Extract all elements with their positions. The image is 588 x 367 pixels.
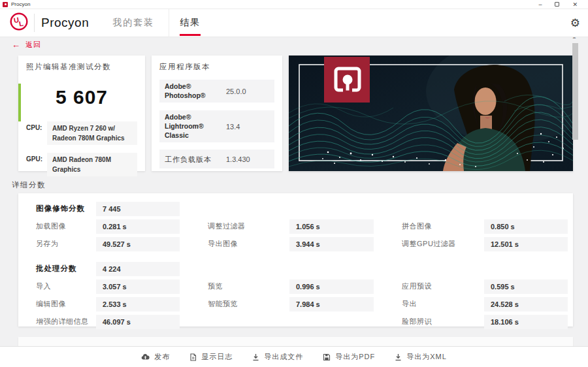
title-bar: Procyon – ✕ bbox=[0, 0, 588, 9]
download-xml-icon bbox=[395, 353, 402, 361]
cloud-upload-icon bbox=[141, 353, 150, 360]
tab-results[interactable]: 结果 bbox=[171, 9, 210, 37]
back-button[interactable]: ← 返回 bbox=[12, 40, 41, 50]
window-title: Procyon bbox=[11, 1, 30, 7]
retouch-score-group: 图像修饰分数 7 445 加载图像 0.281 s 调整过滤器 1.056 s … bbox=[36, 200, 573, 253]
back-label: 返回 bbox=[25, 40, 41, 50]
metric-value: 3.057 s bbox=[96, 279, 180, 294]
detailed-scores-card: 图像修饰分数 7 445 加载图像 0.281 s 调整过滤器 1.056 s … bbox=[18, 193, 573, 327]
metric-label: 加载图像 bbox=[36, 221, 96, 231]
metric-label: 预览 bbox=[180, 281, 289, 291]
metric-value: 2.533 s bbox=[96, 297, 180, 311]
metric-value: 46.097 s bbox=[96, 315, 180, 329]
workload-label: 工作负载版本 bbox=[165, 155, 222, 164]
metric-label: 调整GPU过滤器 bbox=[374, 239, 484, 249]
version-row-workload: 工作负载版本 1.3.430 bbox=[159, 150, 274, 168]
batch-score-label: 批处理分数 bbox=[36, 264, 96, 274]
gpu-value: AMD Radeon 780M Graphics bbox=[47, 153, 137, 176]
gear-icon[interactable]: ⚙ bbox=[570, 18, 580, 29]
app-versions-card: 应用程序版本 Adobe® Photoshop® 25.0.0 Adobe® L… bbox=[152, 56, 282, 171]
photo-benchmark-logo-icon bbox=[324, 57, 370, 103]
metric-value: 49.527 s bbox=[96, 237, 180, 251]
maximize-icon[interactable] bbox=[555, 2, 559, 7]
workload-version: 1.3.430 bbox=[226, 155, 250, 163]
scrollbar-thumb[interactable] bbox=[572, 43, 578, 140]
metric-label: 导出图像 bbox=[180, 239, 289, 249]
metric-label: 拼合图像 bbox=[374, 221, 484, 231]
version-row-lightroom: Adobe® Lightroom® Classic 13.4 bbox=[159, 110, 274, 142]
metric-value: 3.944 s bbox=[289, 237, 374, 251]
lightroom-version: 13.4 bbox=[226, 123, 240, 131]
metric-label: 应用预设 bbox=[374, 281, 484, 291]
back-arrow-icon: ← bbox=[12, 40, 21, 50]
export-file-button[interactable]: 导出成文件 bbox=[252, 352, 303, 362]
metric-label: 增强的详细信息 bbox=[36, 317, 96, 327]
export-pdf-button[interactable]: 导出为PDF bbox=[323, 352, 375, 362]
metric-label: 调整过滤器 bbox=[180, 221, 289, 231]
benchmark-score-card: 照片编辑基准测试分数 5 607 CPU: AMD Ryzen 7 260 w/… bbox=[18, 56, 145, 171]
metric-value: 0.996 s bbox=[289, 279, 374, 294]
version-row-photoshop: Adobe® Photoshop® 25.0.0 bbox=[159, 80, 274, 103]
export-xml-button[interactable]: 导出为XML bbox=[395, 352, 447, 362]
show-log-button[interactable]: 显示日志 bbox=[189, 352, 233, 362]
details-section-title: 详细分数 bbox=[12, 180, 46, 190]
save-disk-icon bbox=[323, 353, 331, 361]
publish-button[interactable]: 发布 bbox=[141, 352, 170, 362]
metric-value: 1.056 s bbox=[289, 219, 374, 234]
metric-label: 另存为 bbox=[36, 239, 96, 249]
benchmark-hero-image bbox=[289, 56, 573, 171]
batch-score-group: 批处理分数 4 224 导入 3.057 s 预览 0.996 s 应用预设 0… bbox=[36, 260, 573, 330]
cpu-value: AMD Ryzen 7 260 w/ Radeon 780M Graphics bbox=[47, 121, 137, 145]
metric-value: 0.850 s bbox=[484, 219, 568, 234]
retouch-score-value: 7 445 bbox=[96, 202, 180, 216]
cpu-label: CPU: bbox=[26, 121, 47, 145]
footer-toolbar: 发布 显示日志 导出成文件 导出为PDF bbox=[0, 346, 588, 367]
metric-label: 脸部辨识 bbox=[374, 317, 484, 327]
metric-value: 24.528 s bbox=[484, 297, 568, 311]
metric-value: 12.501 s bbox=[484, 237, 568, 251]
minimize-icon[interactable]: – bbox=[538, 1, 542, 8]
batch-score-value: 4 224 bbox=[96, 262, 180, 276]
photoshop-version: 25.0.0 bbox=[226, 88, 246, 95]
log-document-icon bbox=[189, 353, 197, 361]
tab-my-suites[interactable]: 我的套装 bbox=[103, 9, 163, 37]
metric-value: 7.984 s bbox=[289, 297, 374, 311]
brand-title: Procyon bbox=[41, 16, 89, 30]
metric-value: 0.281 s bbox=[96, 219, 180, 234]
benchmark-score: 5 607 bbox=[26, 86, 137, 108]
nav-bar: U L Procyon 我的套装 结果 ⚙ bbox=[0, 9, 588, 37]
metric-label: 编辑图像 bbox=[36, 299, 96, 309]
metric-value: 0.595 s bbox=[484, 279, 568, 294]
metric-label: 智能预览 bbox=[180, 299, 289, 309]
ul-logo: U L bbox=[9, 12, 29, 34]
retouch-score-label: 图像修饰分数 bbox=[36, 204, 96, 214]
metric-label: 导出 bbox=[374, 299, 484, 309]
versions-card-title: 应用程序版本 bbox=[159, 62, 274, 72]
gpu-label: GPU: bbox=[26, 153, 47, 176]
app-icon bbox=[3, 2, 8, 7]
photoshop-label: Adobe® Photoshop® bbox=[165, 82, 222, 100]
metric-label: 导入 bbox=[36, 281, 96, 291]
next-section-peek bbox=[18, 337, 573, 346]
nav-divider bbox=[34, 14, 35, 32]
score-indicator-bar bbox=[18, 84, 21, 121]
score-card-title: 照片编辑基准测试分数 bbox=[26, 62, 137, 72]
lightroom-label: Adobe® Lightroom® Classic bbox=[165, 113, 222, 140]
close-icon[interactable]: ✕ bbox=[572, 1, 578, 8]
metric-value: 18.106 s bbox=[484, 315, 568, 329]
download-file-icon bbox=[252, 353, 259, 361]
nav-separator bbox=[169, 9, 169, 37]
